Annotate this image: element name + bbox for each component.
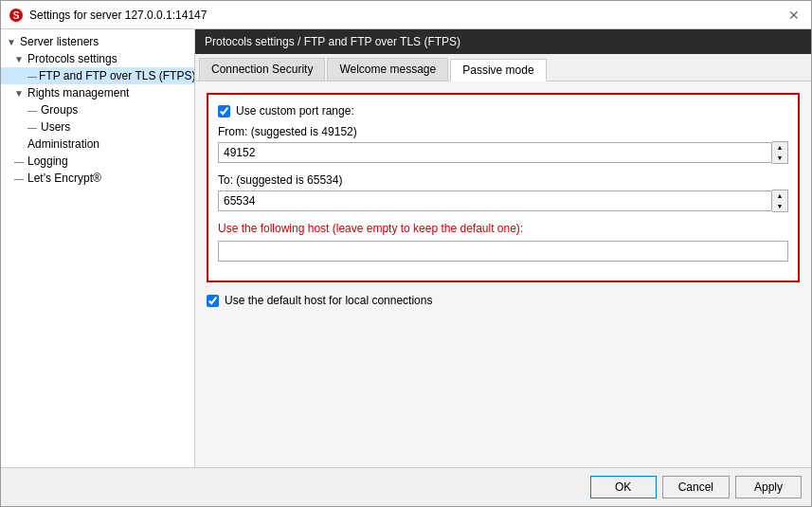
to-group: To: (suggested is 65534) ▲ ▼ <box>218 173 788 212</box>
from-spinner-up[interactable]: ▲ <box>772 142 787 153</box>
main-panel: Protocols settings / FTP and FTP over TL… <box>195 29 811 467</box>
to-input-row: ▲ ▼ <box>218 190 788 212</box>
expander-icon: ▼ <box>14 88 26 99</box>
from-spinner: ▲ ▼ <box>772 141 788 164</box>
tabs-bar: Connection Security Welcome message Pass… <box>195 54 811 81</box>
expander-icon: — <box>14 173 26 184</box>
sidebar-item-label: FTP and FTP over TLS (FTPS) <box>39 69 195 82</box>
sidebar-item-lets-encrypt[interactable]: — Let's Encrypt® <box>1 170 194 187</box>
expander-icon: ▼ <box>7 37 18 47</box>
ok-button[interactable]: OK <box>590 476 657 498</box>
title-bar: S Settings for server 127.0.0.1:14147 ✕ <box>1 1 811 29</box>
tab-welcome-message[interactable]: Welcome message <box>327 58 448 81</box>
close-button[interactable]: ✕ <box>785 8 803 23</box>
port-range-box: Use custom port range: From: (suggested … <box>207 93 800 282</box>
panel-content: Use custom port range: From: (suggested … <box>195 81 811 467</box>
window-title: Settings for server 127.0.0.1:14147 <box>29 9 207 22</box>
sidebar-item-label: Administration <box>27 137 99 151</box>
use-custom-port-range-row: Use custom port range: <box>218 104 788 118</box>
from-spinner-down[interactable]: ▼ <box>772 153 787 163</box>
from-group: From: (suggested is 49152) ▲ ▼ <box>218 125 788 164</box>
sidebar-item-groups[interactable]: — Groups <box>1 101 194 118</box>
from-label: From: (suggested is 49152) <box>218 125 788 138</box>
use-custom-port-range-label: Use custom port range: <box>236 104 354 118</box>
sidebar-item-protocols-settings[interactable]: ▼ Protocols settings <box>1 50 194 67</box>
to-spinner: ▲ ▼ <box>772 190 788 212</box>
app-icon: S <box>9 8 24 23</box>
from-input[interactable] <box>218 142 772 163</box>
expander-icon: — <box>27 105 39 116</box>
sidebar-item-label: Groups <box>41 103 78 117</box>
sidebar-item-logging[interactable]: — Logging <box>1 153 194 170</box>
to-spinner-down[interactable]: ▼ <box>772 201 787 211</box>
content-area: ▼ Server listeners ▼ Protocols settings … <box>1 29 811 467</box>
sidebar-item-administration[interactable]: Administration <box>1 136 194 153</box>
title-bar-left: S Settings for server 127.0.0.1:14147 <box>9 8 207 23</box>
sidebar-item-label: Protocols settings <box>27 52 117 65</box>
host-input[interactable] <box>218 241 788 262</box>
sidebar-item-label: Let's Encrypt® <box>27 172 101 185</box>
sidebar-item-rights-management[interactable]: ▼ Rights management <box>1 84 194 101</box>
sidebar: ▼ Server listeners ▼ Protocols settings … <box>1 29 195 467</box>
expander-icon: — <box>27 71 37 81</box>
use-custom-port-range-checkbox[interactable] <box>218 105 230 118</box>
to-input[interactable] <box>218 190 772 211</box>
use-default-host-row: Use the default host for local connectio… <box>207 294 800 307</box>
host-group: Use the following host (leave empty to k… <box>218 222 788 262</box>
expander-icon: — <box>27 122 39 133</box>
tab-passive-mode[interactable]: Passive mode <box>450 59 546 81</box>
settings-window: S Settings for server 127.0.0.1:14147 ✕ … <box>0 0 812 507</box>
expander-icon: ▼ <box>14 54 26 64</box>
to-spinner-up[interactable]: ▲ <box>772 190 787 201</box>
cancel-button[interactable]: Cancel <box>662 476 730 498</box>
sidebar-item-label: Server listeners <box>20 35 99 48</box>
svg-text:S: S <box>13 10 20 21</box>
apply-button[interactable]: Apply <box>735 476 802 498</box>
bottom-bar: OK Cancel Apply <box>1 467 811 506</box>
to-label: To: (suggested is 65534) <box>218 173 788 187</box>
sidebar-item-ftp-ftps[interactable]: — FTP and FTP over TLS (FTPS) <box>1 67 194 84</box>
use-default-host-checkbox[interactable] <box>207 295 219 307</box>
host-label: Use the following host (leave empty to k… <box>218 222 788 235</box>
from-input-row: ▲ ▼ <box>218 141 788 164</box>
sidebar-item-server-listeners[interactable]: ▼ Server listeners <box>1 33 194 50</box>
use-default-host-label: Use the default host for local connectio… <box>225 294 432 307</box>
panel-header: Protocols settings / FTP and FTP over TL… <box>195 29 811 54</box>
sidebar-item-label: Users <box>41 120 70 134</box>
expander-icon: — <box>14 156 26 167</box>
sidebar-item-label: Logging <box>27 154 68 168</box>
sidebar-item-users[interactable]: — Users <box>1 118 194 136</box>
tab-connection-security[interactable]: Connection Security <box>199 58 325 81</box>
sidebar-item-label: Rights management <box>27 86 129 100</box>
